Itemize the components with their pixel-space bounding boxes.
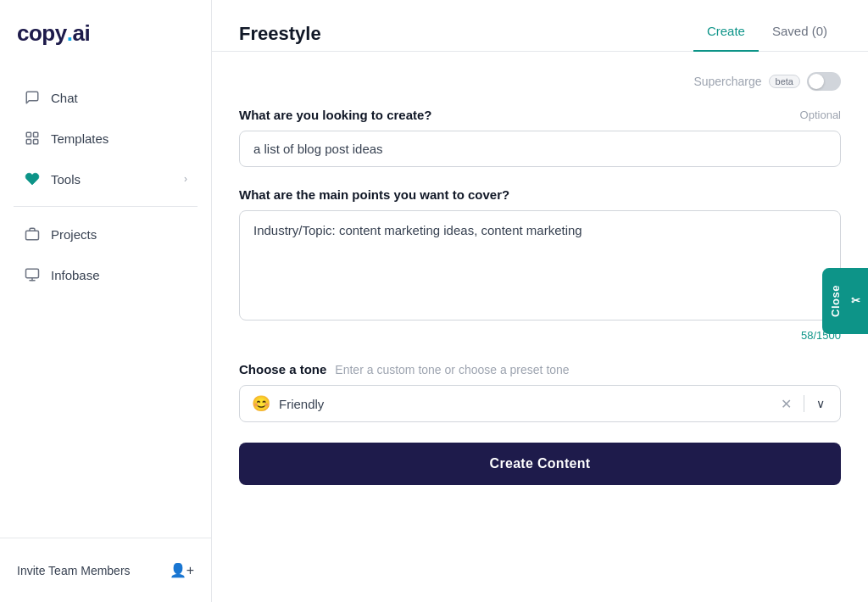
nav-divider [14, 206, 198, 207]
close-tab[interactable]: ✂ Close [822, 268, 868, 334]
main-content: Freestyle Create Saved (0) Supercharge b… [212, 0, 868, 602]
sidebar-item-templates[interactable]: Templates [7, 120, 204, 157]
scissors-icon: ✂ [849, 294, 861, 308]
svg-rect-4 [26, 231, 39, 240]
header-tabs: Create Saved (0) [693, 17, 841, 51]
sidebar-navigation: Chat Templates Tools › [0, 64, 211, 538]
tone-select[interactable]: 😊 Friendly ✕ ∨ [239, 385, 841, 422]
field1-input[interactable] [239, 131, 841, 167]
svg-rect-0 [26, 132, 31, 137]
field1-section: What are you looking to create? Optional [239, 108, 841, 167]
tone-clear-button[interactable]: ✕ [777, 396, 795, 412]
tools-icon [24, 170, 41, 187]
logo-text-before: copy [17, 20, 67, 47]
textarea-char-count: 58/1500 [239, 329, 841, 342]
sidebar-tools-label: Tools [51, 172, 81, 187]
invite-team-button[interactable]: Invite Team Members 👤+ [7, 552, 204, 588]
sidebar-chat-label: Chat [51, 91, 78, 105]
sidebar-item-projects[interactable]: Projects [7, 215, 204, 253]
svg-rect-5 [26, 269, 39, 278]
form-content: Supercharge beta What are you looking to… [212, 52, 868, 602]
supercharge-bar: Supercharge beta [239, 72, 841, 91]
tone-hint: Enter a custom tone or choose a preset t… [335, 363, 569, 376]
supercharge-label: Supercharge [693, 75, 761, 88]
sidebar: copy.ai Chat Templates [0, 0, 212, 602]
tab-create[interactable]: Create [693, 17, 759, 52]
chevron-right-icon: › [184, 173, 187, 185]
sidebar-item-tools[interactable]: Tools › [7, 160, 204, 198]
tone-section: Choose a tone Enter a custom tone or cho… [239, 362, 841, 422]
tone-value: Friendly [279, 397, 769, 411]
page-title: Freestyle [239, 23, 321, 45]
field2-label-row: What are the main points you want to cov… [239, 187, 841, 202]
field2-textarea[interactable] [239, 210, 841, 321]
field2-label: What are the main points you want to cov… [239, 187, 509, 202]
templates-icon [24, 130, 41, 147]
chat-icon [24, 89, 41, 106]
sidebar-bottom: Invite Team Members 👤+ [0, 538, 211, 602]
supercharge-toggle[interactable] [807, 72, 841, 91]
field1-label-row: What are you looking to create? Optional [239, 108, 841, 122]
main-header: Freestyle Create Saved (0) [212, 0, 868, 52]
svg-rect-3 [34, 140, 38, 144]
tone-label: Choose a tone [239, 362, 326, 376]
tone-label-row: Choose a tone Enter a custom tone or cho… [239, 362, 841, 376]
logo-area: copy.ai [0, 0, 211, 64]
close-tab-label: Close [829, 285, 842, 317]
field1-label: What are you looking to create? [239, 108, 432, 122]
field1-optional: Optional [800, 109, 841, 121]
logo-dot: . [67, 20, 73, 47]
invite-team-label: Invite Team Members [17, 564, 131, 577]
logo-text-after: ai [72, 20, 90, 47]
tone-chevron-down-icon[interactable]: ∨ [813, 397, 828, 410]
invite-icon: 👤+ [170, 562, 194, 578]
svg-rect-2 [34, 132, 38, 137]
infobase-icon [24, 266, 41, 283]
sidebar-templates-label: Templates [51, 131, 108, 146]
projects-icon [24, 226, 41, 242]
sidebar-infobase-label: Infobase [51, 268, 100, 282]
sidebar-item-chat[interactable]: Chat [7, 79, 204, 116]
beta-badge: beta [769, 75, 800, 88]
sidebar-item-infobase[interactable]: Infobase [7, 256, 204, 293]
tone-divider [804, 395, 804, 412]
svg-rect-1 [26, 140, 31, 144]
logo: copy.ai [17, 20, 194, 47]
field2-section: What are the main points you want to cov… [239, 187, 841, 342]
create-content-button[interactable]: Create Content [239, 443, 841, 485]
sidebar-projects-label: Projects [51, 227, 97, 242]
tab-saved[interactable]: Saved (0) [759, 17, 841, 52]
tone-emoji: 😊 [252, 394, 270, 413]
toggle-knob [809, 74, 824, 89]
